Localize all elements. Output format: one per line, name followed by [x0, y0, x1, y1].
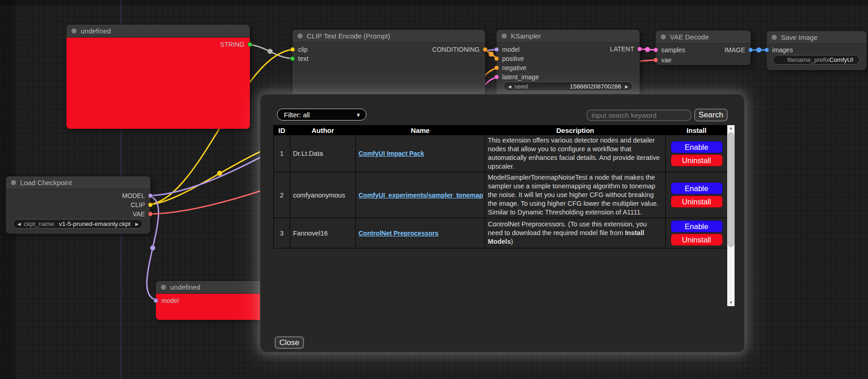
node-title: undefined	[81, 27, 111, 35]
node-header[interactable]: CLIP Text Encode (Prompt)	[293, 30, 485, 43]
node-vae-decode[interactable]: VAE Decode samples vae IMAGE	[656, 31, 751, 65]
enable-button[interactable]: Enable	[671, 141, 723, 153]
cell-author: Dr.Lt.Data	[290, 135, 356, 172]
increment-arrow-icon[interactable]: ▶	[625, 84, 628, 89]
output-slot-vae[interactable]: VAE	[133, 210, 153, 218]
description-text: ControlNet Preprocessors. (To use this e…	[488, 220, 647, 236]
decrement-arrow-icon[interactable]: ◀	[508, 84, 511, 89]
input-slot-vae[interactable]: vae	[653, 56, 672, 64]
slot-dot-clip[interactable]	[148, 203, 153, 207]
input-slot-text[interactable]: text	[290, 55, 309, 62]
extension-link[interactable]: ComfyUI Impact Pack	[359, 150, 424, 157]
node-undefined-bottom[interactable]: undefined model	[156, 281, 264, 320]
node-header[interactable]: Load Checkpoint	[6, 176, 150, 189]
ckpt-name-widget[interactable]: ◀ ckpt_name v1-5-pruned-emaonly.ckpt ▶	[13, 219, 143, 229]
increment-arrow-icon[interactable]: ▶	[135, 222, 138, 226]
input-slot-latent-image[interactable]: latent_image	[494, 73, 539, 81]
input-slot-positive[interactable]: positive	[494, 55, 524, 62]
collapse-dot-icon[interactable]	[772, 35, 777, 40]
collapse-dot-icon[interactable]	[298, 33, 303, 38]
collapse-dot-icon[interactable]	[72, 28, 77, 33]
table-row: 2comfyanonymousComfyUI_experiments/sampl…	[274, 172, 728, 218]
slot-dot-clip[interactable]	[290, 47, 295, 52]
column-header: Description	[485, 126, 666, 135]
output-slot-image[interactable]: IMAGE	[724, 46, 753, 54]
slot-dot-positive[interactable]	[494, 56, 499, 61]
column-header: Name	[356, 126, 485, 135]
input-slot-model[interactable]: model	[154, 297, 179, 304]
node-canvas[interactable]: undefined STRING CLIP Text Encode (Promp…	[0, 0, 868, 379]
collapse-dot-icon[interactable]	[161, 285, 166, 290]
filename-prefix-widget[interactable]: filename_prefix ComfyUI	[773, 55, 860, 65]
seed-widget[interactable]: ◀ seed 156680208700286 ▶	[503, 82, 633, 91]
slot-dot-text[interactable]	[290, 56, 295, 61]
uninstall-button[interactable]: Uninstall	[671, 234, 723, 246]
input-slot-samples[interactable]: samples	[653, 46, 685, 54]
search-button[interactable]: Search	[694, 109, 728, 121]
collapse-dot-icon[interactable]	[661, 34, 666, 39]
table-scrollbar[interactable]: ▲ ▼	[727, 125, 735, 306]
node-header[interactable]: Save Image	[767, 31, 867, 44]
table-header-row: IDAuthorNameDescriptionInstall	[274, 126, 728, 135]
cell-id: 3	[274, 218, 290, 248]
extension-link[interactable]: ComfyUI_experiments/sampler_tonemap	[359, 192, 483, 199]
scroll-up-icon[interactable]: ▲	[727, 125, 735, 132]
slot-dot-negative[interactable]	[494, 66, 499, 70]
output-slot-conditioning[interactable]: CONDITIONING	[432, 46, 487, 53]
slot-dot-image[interactable]	[748, 48, 753, 52]
enable-button[interactable]: Enable	[671, 220, 723, 232]
node-header[interactable]: undefined	[156, 281, 264, 294]
canvas-edge-top	[0, 0, 868, 5]
slot-dot-samples[interactable]	[653, 48, 658, 52]
slot-dot-model[interactable]	[494, 47, 499, 52]
node-title: Save Image	[781, 33, 818, 41]
slot-dot-latent[interactable]	[637, 47, 642, 51]
collapse-dot-icon[interactable]	[11, 180, 16, 185]
slot-dot-model[interactable]	[154, 298, 158, 303]
collapse-dot-icon[interactable]	[502, 33, 507, 38]
scrollbar-thumb[interactable]	[728, 132, 734, 247]
scroll-down-icon[interactable]: ▼	[727, 300, 735, 306]
node-header[interactable]: undefined	[66, 25, 250, 38]
filter-select[interactable]: Filter: all ∨	[277, 109, 366, 121]
uninstall-button[interactable]: Uninstall	[671, 154, 723, 166]
input-slot-model[interactable]: model	[494, 46, 520, 53]
slot-dot-vae[interactable]	[653, 58, 658, 62]
slot-dot-conditioning[interactable]	[483, 47, 487, 52]
output-slot-latent[interactable]: LATENT	[610, 45, 642, 53]
column-header: Author	[290, 126, 356, 135]
input-slot-negative[interactable]: negative	[494, 64, 526, 71]
node-undefined-top[interactable]: undefined STRING	[66, 25, 250, 129]
slot-dot-model[interactable]	[148, 193, 153, 198]
cell-description: ModelSamplerTonemapNoiseTest a node that…	[485, 172, 666, 218]
slot-dot-vae[interactable]	[148, 212, 153, 216]
filename-prefix-value: ComfyUI	[829, 56, 854, 63]
node-title: Load Checkpoint	[20, 179, 72, 187]
extension-link[interactable]: ControlNet Preprocessors	[359, 230, 438, 237]
slot-dot-latent-image[interactable]	[494, 75, 499, 79]
uninstall-button[interactable]: Uninstall	[671, 196, 723, 208]
node-header[interactable]: VAE Decode	[656, 31, 751, 44]
output-slot-model[interactable]: MODEL	[122, 192, 153, 199]
node-load-checkpoint[interactable]: Load Checkpoint MODEL CLIP VAE ◀ ckpt_na…	[6, 176, 150, 234]
node-save-image[interactable]: Save Image images filename_prefix ComfyU…	[767, 31, 867, 70]
table-row: 3Fannovel16ControlNet PreprocessorsContr…	[274, 218, 728, 248]
output-slot-string[interactable]: STRING	[220, 41, 252, 48]
input-slot-clip[interactable]: clip	[290, 46, 308, 53]
output-slot-clip[interactable]: CLIP	[131, 201, 153, 209]
node-title: undefined	[170, 283, 200, 291]
seed-value: 156680208700286	[528, 83, 621, 90]
column-header: Install	[666, 126, 728, 135]
slot-dot-images[interactable]	[764, 48, 769, 52]
search-input[interactable]	[586, 110, 691, 121]
node-header[interactable]: KSampler	[497, 30, 640, 43]
decrement-arrow-icon[interactable]: ◀	[17, 222, 21, 226]
close-button[interactable]: Close	[275, 336, 304, 349]
enable-button[interactable]: Enable	[671, 182, 723, 194]
cell-name: ComfyUI Impact Pack	[356, 135, 485, 172]
cell-install: EnableUninstall	[666, 135, 728, 172]
slot-dot-string[interactable]	[248, 42, 252, 47]
input-slot-images[interactable]: images	[764, 46, 793, 54]
description-text: This extension offers various detector n…	[488, 137, 660, 170]
cell-author: Fannovel16	[290, 218, 356, 248]
